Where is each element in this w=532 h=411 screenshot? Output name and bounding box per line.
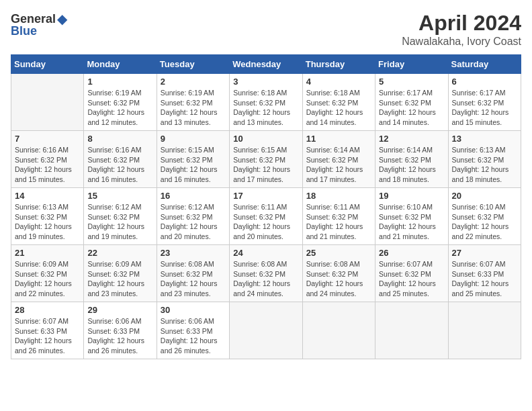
- day-info: Sunrise: 6:18 AMSunset: 6:32 PMDaylight:…: [233, 88, 298, 128]
- day-info: Sunrise: 6:19 AMSunset: 6:32 PMDaylight:…: [87, 88, 152, 128]
- day-info: Sunrise: 6:14 AMSunset: 6:32 PMDaylight:…: [306, 145, 371, 185]
- calendar-cell: [230, 302, 302, 359]
- day-number: 3: [233, 77, 298, 87]
- day-info: Sunrise: 6:11 AMSunset: 6:32 PMDaylight:…: [306, 202, 371, 242]
- day-number: 24: [233, 248, 298, 258]
- day-info: Sunrise: 6:08 AMSunset: 6:32 PMDaylight:…: [306, 259, 371, 299]
- day-info: Sunrise: 6:07 AMSunset: 6:32 PMDaylight:…: [379, 259, 444, 299]
- day-number: 7: [15, 134, 80, 144]
- day-info: Sunrise: 6:09 AMSunset: 6:32 PMDaylight:…: [15, 259, 80, 299]
- calendar-cell: 25Sunrise: 6:08 AMSunset: 6:32 PMDayligh…: [302, 245, 375, 302]
- day-info: Sunrise: 6:06 AMSunset: 6:33 PMDaylight:…: [87, 316, 152, 356]
- day-info: Sunrise: 6:18 AMSunset: 6:32 PMDaylight:…: [306, 88, 371, 128]
- calendar-cell: 29Sunrise: 6:06 AMSunset: 6:33 PMDayligh…: [84, 302, 157, 359]
- calendar-week-row: 7Sunrise: 6:16 AMSunset: 6:32 PMDaylight…: [11, 131, 521, 188]
- weekday-header: Monday: [84, 55, 157, 74]
- calendar-week-row: 21Sunrise: 6:09 AMSunset: 6:32 PMDayligh…: [11, 245, 521, 302]
- weekday-header: Thursday: [302, 55, 375, 74]
- day-number: 4: [306, 77, 371, 87]
- weekday-header: Friday: [375, 55, 448, 74]
- calendar-cell: 16Sunrise: 6:12 AMSunset: 6:32 PMDayligh…: [157, 188, 229, 245]
- day-number: 17: [233, 191, 298, 201]
- calendar-week-row: 14Sunrise: 6:13 AMSunset: 6:32 PMDayligh…: [11, 188, 521, 245]
- day-number: 16: [161, 191, 226, 201]
- day-info: Sunrise: 6:17 AMSunset: 6:32 PMDaylight:…: [452, 88, 517, 128]
- day-number: 5: [379, 77, 444, 87]
- calendar-cell: 8Sunrise: 6:16 AMSunset: 6:32 PMDaylight…: [84, 131, 157, 188]
- day-info: Sunrise: 6:07 AMSunset: 6:33 PMDaylight:…: [15, 316, 80, 356]
- day-info: Sunrise: 6:09 AMSunset: 6:32 PMDaylight:…: [87, 259, 152, 299]
- month-title: April 2024: [402, 11, 521, 36]
- day-info: Sunrise: 6:12 AMSunset: 6:32 PMDaylight:…: [87, 202, 152, 242]
- day-number: 28: [15, 305, 80, 315]
- weekday-header: Tuesday: [157, 55, 229, 74]
- calendar-cell: [375, 302, 448, 359]
- page-header: General ◆ Blue April 2024 Nawalakaha, Iv…: [11, 11, 521, 48]
- calendar-cell: 2Sunrise: 6:19 AMSunset: 6:32 PMDaylight…: [157, 74, 229, 131]
- calendar-cell: 12Sunrise: 6:14 AMSunset: 6:32 PMDayligh…: [375, 131, 448, 188]
- day-info: Sunrise: 6:07 AMSunset: 6:33 PMDaylight:…: [452, 259, 517, 299]
- title-block: April 2024 Nawalakaha, Ivory Coast: [402, 11, 521, 48]
- calendar-cell: 5Sunrise: 6:17 AMSunset: 6:32 PMDaylight…: [375, 74, 448, 131]
- calendar-cell: 22Sunrise: 6:09 AMSunset: 6:32 PMDayligh…: [84, 245, 157, 302]
- weekday-header: Sunday: [11, 55, 84, 74]
- calendar-cell: 21Sunrise: 6:09 AMSunset: 6:32 PMDayligh…: [11, 245, 84, 302]
- calendar-cell: 1Sunrise: 6:19 AMSunset: 6:32 PMDaylight…: [84, 74, 157, 131]
- calendar-cell: 11Sunrise: 6:14 AMSunset: 6:32 PMDayligh…: [302, 131, 375, 188]
- day-number: 9: [161, 134, 226, 144]
- day-number: 11: [306, 134, 371, 144]
- calendar-cell: [11, 74, 84, 131]
- day-number: 12: [379, 134, 444, 144]
- day-info: Sunrise: 6:15 AMSunset: 6:32 PMDaylight:…: [161, 145, 226, 185]
- day-number: 23: [161, 248, 226, 258]
- calendar-cell: 15Sunrise: 6:12 AMSunset: 6:32 PMDayligh…: [84, 188, 157, 245]
- day-number: 10: [233, 134, 298, 144]
- location-title: Nawalakaha, Ivory Coast: [402, 36, 521, 48]
- calendar-cell: 17Sunrise: 6:11 AMSunset: 6:32 PMDayligh…: [230, 188, 302, 245]
- calendar-cell: 7Sunrise: 6:16 AMSunset: 6:32 PMDaylight…: [11, 131, 84, 188]
- day-info: Sunrise: 6:16 AMSunset: 6:32 PMDaylight:…: [15, 145, 80, 185]
- day-info: Sunrise: 6:13 AMSunset: 6:32 PMDaylight:…: [452, 145, 517, 185]
- calendar-cell: 13Sunrise: 6:13 AMSunset: 6:32 PMDayligh…: [448, 131, 521, 188]
- calendar-cell: 3Sunrise: 6:18 AMSunset: 6:32 PMDaylight…: [230, 74, 302, 131]
- day-info: Sunrise: 6:16 AMSunset: 6:32 PMDaylight:…: [87, 145, 152, 185]
- day-number: 29: [87, 305, 152, 315]
- day-number: 13: [452, 134, 517, 144]
- calendar-cell: 24Sunrise: 6:08 AMSunset: 6:32 PMDayligh…: [230, 245, 302, 302]
- calendar-cell: 23Sunrise: 6:08 AMSunset: 6:32 PMDayligh…: [157, 245, 229, 302]
- calendar-cell: 28Sunrise: 6:07 AMSunset: 6:33 PMDayligh…: [11, 302, 84, 359]
- day-info: Sunrise: 6:17 AMSunset: 6:32 PMDaylight:…: [379, 88, 444, 128]
- day-number: 19: [379, 191, 444, 201]
- day-number: 1: [87, 77, 152, 87]
- calendar-cell: 20Sunrise: 6:10 AMSunset: 6:32 PMDayligh…: [448, 188, 521, 245]
- day-info: Sunrise: 6:08 AMSunset: 6:32 PMDaylight:…: [233, 259, 298, 299]
- weekday-header: Saturday: [448, 55, 521, 74]
- day-number: 15: [87, 191, 152, 201]
- day-info: Sunrise: 6:08 AMSunset: 6:32 PMDaylight:…: [161, 259, 226, 299]
- calendar-cell: 14Sunrise: 6:13 AMSunset: 6:32 PMDayligh…: [11, 188, 84, 245]
- header-row: SundayMondayTuesdayWednesdayThursdayFrid…: [11, 55, 521, 74]
- day-info: Sunrise: 6:12 AMSunset: 6:32 PMDaylight:…: [161, 202, 226, 242]
- calendar-cell: 4Sunrise: 6:18 AMSunset: 6:32 PMDaylight…: [302, 74, 375, 131]
- day-number: 22: [87, 248, 152, 258]
- day-number: 21: [15, 248, 80, 258]
- day-number: 27: [452, 248, 517, 258]
- day-info: Sunrise: 6:10 AMSunset: 6:32 PMDaylight:…: [452, 202, 517, 242]
- day-info: Sunrise: 6:14 AMSunset: 6:32 PMDaylight:…: [379, 145, 444, 185]
- calendar-week-row: 28Sunrise: 6:07 AMSunset: 6:33 PMDayligh…: [11, 302, 521, 359]
- day-number: 18: [306, 191, 371, 201]
- logo-bird-icon: ◆: [57, 11, 67, 27]
- day-info: Sunrise: 6:19 AMSunset: 6:32 PMDaylight:…: [161, 88, 226, 128]
- day-number: 25: [306, 248, 371, 258]
- calendar-cell: 18Sunrise: 6:11 AMSunset: 6:32 PMDayligh…: [302, 188, 375, 245]
- calendar-cell: 19Sunrise: 6:10 AMSunset: 6:32 PMDayligh…: [375, 188, 448, 245]
- calendar-cell: 26Sunrise: 6:07 AMSunset: 6:32 PMDayligh…: [375, 245, 448, 302]
- calendar-cell: 10Sunrise: 6:15 AMSunset: 6:32 PMDayligh…: [230, 131, 302, 188]
- calendar-cell: 30Sunrise: 6:06 AMSunset: 6:33 PMDayligh…: [157, 302, 229, 359]
- day-info: Sunrise: 6:11 AMSunset: 6:32 PMDaylight:…: [233, 202, 298, 242]
- day-number: 20: [452, 191, 517, 201]
- day-number: 6: [452, 77, 517, 87]
- day-number: 2: [161, 77, 226, 87]
- calendar-cell: 9Sunrise: 6:15 AMSunset: 6:32 PMDaylight…: [157, 131, 229, 188]
- calendar-table: SundayMondayTuesdayWednesdayThursdayFrid…: [11, 54, 521, 359]
